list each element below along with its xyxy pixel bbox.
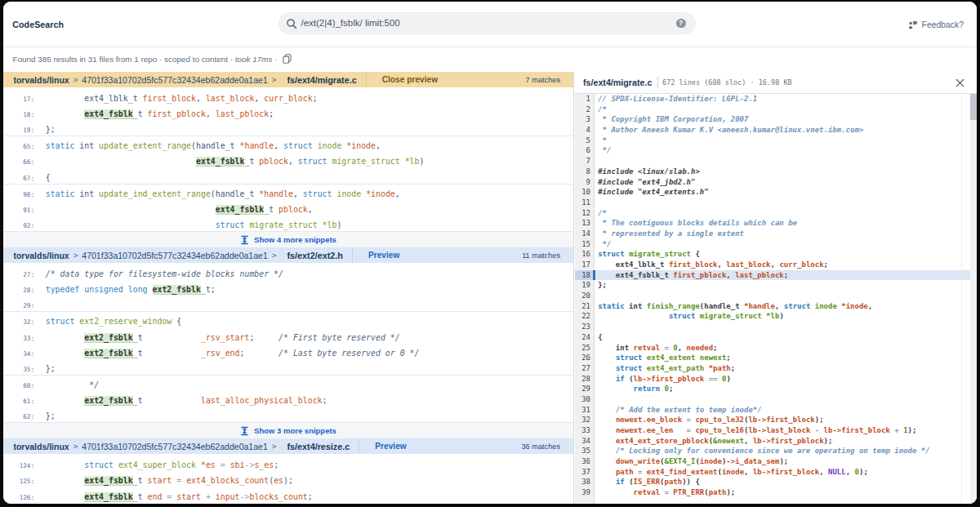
snippet-line[interactable]: 90:static int update_ind_extent_range(ha… <box>3 185 573 200</box>
preview-line-number: 9 <box>575 177 595 188</box>
snippet-line[interactable]: 65:static int update_extent_range(handle… <box>3 136 573 152</box>
preview-code-line[interactable]: 31 /* Add the extent to temp inode*/ <box>575 405 970 416</box>
preview-line-number: 3 <box>575 114 595 125</box>
show-more-snippets-button[interactable]: Show 3 more snippets <box>3 422 573 438</box>
preview-line-number: 6 <box>575 145 595 156</box>
preview-line-number: 35 <box>575 446 595 456</box>
preview-code-line[interactable]: 28 if (lb->first_pblock == 0) <box>575 374 970 385</box>
snippet-line[interactable]: 124: struct ext4_super_block *es = sbi->… <box>3 456 573 471</box>
preview-code-line[interactable]: 30 <box>575 394 970 405</box>
snippet-line[interactable]: 34: ext2_fsblk_t _rsv_end; /* Last byte … <box>3 344 573 359</box>
preview-code-text: ext4_fsblk_t first_pblock, last_pblock; <box>598 270 788 281</box>
preview-button[interactable]: Preview <box>375 442 407 451</box>
file-result-header[interactable]: torvalds/linux>4701f33a10702d5fc577c3243… <box>3 247 573 263</box>
preview-code-line[interactable]: 14 * represented by a single extent <box>575 229 970 239</box>
snippet-line[interactable]: 32:struct ext2_reserve_window { <box>3 312 573 327</box>
close-preview-button[interactable]: Close preview <box>382 75 439 84</box>
preview-code-text: * <box>598 136 607 146</box>
feedback-button[interactable]: Feedback? <box>908 2 964 47</box>
snippet-line[interactable]: 28:typedef unsigned long ext2_fsblk_t; <box>3 280 573 296</box>
preview-code-line[interactable]: 36 down_write(&EXT4_I(inode)->i_data_sem… <box>575 456 970 467</box>
preview-code-line[interactable]: 6 */ <box>575 145 970 156</box>
chevron-right-icon: > <box>74 251 78 260</box>
preview-code-line[interactable]: 16struct migrate_struct { <box>575 249 970 260</box>
breadcrumb-revision[interactable]: 4701f33a10702d5fc577c32434eb62adde0a1ae1 <box>82 75 268 85</box>
preview-code: 1// SPDX-License-Identifier: LGPL-2.12/*… <box>575 94 970 504</box>
preview-code-line[interactable]: 9#include "ext4_jbd2.h" <box>575 177 970 188</box>
breadcrumb-file-path[interactable]: fs/ext4/migrate.c <box>287 75 356 85</box>
preview-code-line[interactable]: 35 /* Locking only for convenience since… <box>575 446 970 456</box>
preview-code-line[interactable]: 25 int retval = 0, needed; <box>575 343 970 354</box>
preview-code-line[interactable]: 19}; <box>575 280 970 291</box>
snippet-line[interactable]: 67:{ <box>3 168 573 184</box>
preview-line-number: 17 <box>575 260 595 270</box>
preview-code-line[interactable]: 10#include "ext4_extents.h" <box>575 187 970 198</box>
preview-code-line[interactable]: 4 * Author Aneesh Kumar K.V <aneesh.kuma… <box>575 125 970 136</box>
breadcrumb-file-path[interactable]: fs/ext4/resize.c <box>287 442 350 451</box>
file-result-header[interactable]: torvalds/linux>4701f33a10702d5fc577c3243… <box>3 438 573 454</box>
snippet-line[interactable]: 29: <box>3 296 573 311</box>
search-help-icon[interactable]: ? <box>676 19 686 29</box>
match-count: 7 matches <box>526 76 560 84</box>
snippet-line[interactable]: 91: ext4_fsblk_t pblock, <box>3 200 573 216</box>
breadcrumb-file-path[interactable]: fs/ext2/ext2.h <box>287 251 342 260</box>
preview-code-line[interactable]: 21static int finish_range(handle_t *hand… <box>575 301 970 312</box>
preview-code-line[interactable]: 20 <box>575 291 970 301</box>
search-box[interactable]: /ext(2|4)_fsblk/ limit:500 ? <box>278 12 696 34</box>
breadcrumb-revision[interactable]: 4701f33a10702d5fc577c32434eb62adde0a1ae1 <box>82 442 268 451</box>
preview-code-line[interactable]: 32 newext.ee_block = cpu_to_le32(lb->fir… <box>575 415 970 425</box>
snippet-line[interactable]: 125: ext4_fsblk_t start = ext4_blocks_co… <box>3 471 573 487</box>
chevron-right-icon: > <box>74 75 78 84</box>
preview-code-line[interactable]: 27 struct ext4_ext_path *path; <box>575 363 970 374</box>
close-preview-icon[interactable] <box>956 78 964 87</box>
preview-code-line[interactable]: 18 ext4_fsblk_t first_pblock, last_pbloc… <box>575 270 970 281</box>
preview-code-line[interactable]: 29 return 0; <box>575 384 970 394</box>
file-result-header[interactable]: torvalds/linux>4701f33a10702d5fc577c3243… <box>3 72 573 87</box>
preview-code-line[interactable]: 12/* <box>575 208 970 219</box>
snippet-line[interactable]: 66: ext4_fsblk_t pblock, struct migrate_… <box>3 152 573 167</box>
search-input[interactable]: /ext(2|4)_fsblk/ limit:500 <box>301 13 400 33</box>
snippet-line[interactable]: 92: struct migrate_struct *lb) <box>3 216 573 231</box>
preview-code-line[interactable]: 38 if (IS_ERR(path)) { <box>575 477 970 487</box>
preview-code-text: ext4_lblk_t first_block, last_block, cur… <box>598 260 828 270</box>
copy-icon[interactable] <box>283 54 292 64</box>
snippet-line[interactable]: 61: ext2_fsblk_t last_alloc_physical_blo… <box>3 391 573 407</box>
preview-code-line[interactable]: 23 <box>575 322 970 332</box>
preview-code-line[interactable]: 1// SPDX-License-Identifier: LGPL-2.1 <box>575 94 970 105</box>
file-preview-panel: fs/ext4/migrate.c 672 lines (608 sloc) ·… <box>575 72 977 504</box>
snippet-line[interactable]: 33: ext2_fsblk_t _rsv_start; /* First by… <box>3 328 573 344</box>
preview-code-line[interactable]: 34 ext4_ext_store_pblock(&newext, lb->fi… <box>575 436 970 447</box>
preview-scrollbar[interactable] <box>970 94 977 504</box>
snippet-line[interactable]: 126: ext4_fsblk_t end = start + input->b… <box>3 487 573 503</box>
snippet-line[interactable]: 27:/* data type for filesystem-wide bloc… <box>3 265 573 280</box>
breadcrumb-repo[interactable]: torvalds/linux <box>13 251 69 260</box>
preview-code-line[interactable]: 37 path = ext4_find_extent(inode, lb->fi… <box>575 467 970 478</box>
preview-line-number: 36 <box>575 456 595 467</box>
preview-code-line[interactable]: 11 <box>575 198 970 208</box>
preview-code-line[interactable]: 13 * The contiguous blocks details which… <box>575 218 970 229</box>
snippet-line[interactable]: 17: ext4_lblk_t first_block, last_block,… <box>3 89 573 105</box>
preview-code-line[interactable]: 22 struct migrate_struct *lb) <box>575 311 970 322</box>
preview-code-line[interactable]: 24{ <box>575 332 970 343</box>
preview-code-line[interactable]: 7 <box>575 156 970 167</box>
preview-code-line[interactable]: 5 * <box>575 136 970 146</box>
preview-scrollbar-thumb[interactable] <box>970 93 976 120</box>
preview-code-line[interactable]: 17 ext4_lblk_t first_block, last_block, … <box>575 260 970 270</box>
preview-code-line[interactable]: 15 */ <box>575 239 970 250</box>
preview-code-line[interactable]: 2/* <box>575 105 970 115</box>
breadcrumb-repo[interactable]: torvalds/linux <box>13 442 69 451</box>
snippet-line[interactable]: 62:}; <box>3 407 573 422</box>
snippet-line[interactable]: 19:}; <box>3 120 573 136</box>
preview-button[interactable]: Preview <box>368 251 400 260</box>
preview-code-line[interactable]: 26 struct ext4_extent newext; <box>575 353 970 363</box>
breadcrumb-revision[interactable]: 4701f33a10702d5fc577c32434eb62adde0a1ae1 <box>82 251 268 260</box>
snippet-line[interactable]: 60: */ <box>3 376 573 391</box>
preview-code-line[interactable]: 3 * Copyright IBM Corporation, 2007 <box>575 114 970 125</box>
breadcrumb-repo[interactable]: torvalds/linux <box>13 75 69 85</box>
snippet-line[interactable]: 18: ext4_fsblk_t first_pblock, last_pblo… <box>3 105 573 120</box>
snippet-line[interactable]: 35:}; <box>3 359 573 375</box>
preview-code-line[interactable]: 33 newext.ee_len = cpu_to_le16(lb->last_… <box>575 425 970 436</box>
preview-code-line[interactable]: 39 retval = PTR_ERR(path); <box>575 487 970 498</box>
preview-code-line[interactable]: 8#include <linux/slab.h> <box>575 167 970 177</box>
preview-line-number: 28 <box>575 374 595 385</box>
